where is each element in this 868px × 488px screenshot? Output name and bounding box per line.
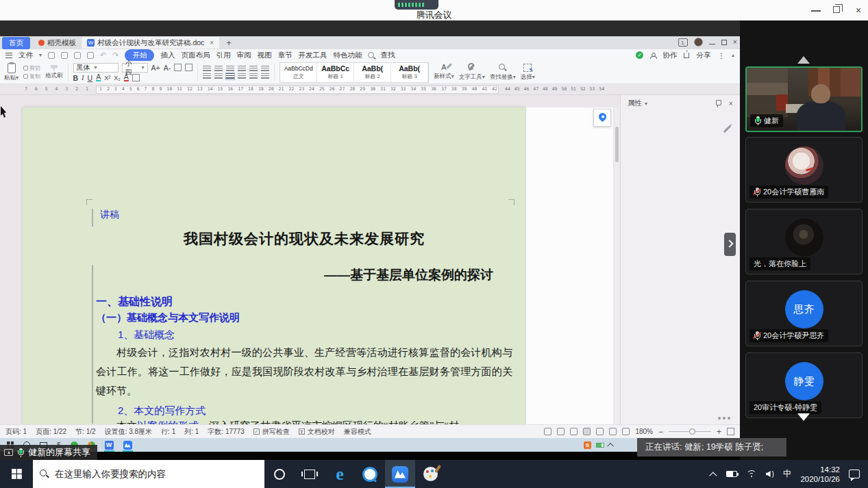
font-color-button[interactable]: A xyxy=(96,74,101,81)
increase-indent-icon[interactable] xyxy=(238,66,246,72)
horizontal-ruler[interactable]: 7 6 5 4 3 2 1 1 2 3 4 5 6 7 8 9 10 11 12… xyxy=(0,84,740,95)
participant-tile-jianxin[interactable]: 健新 xyxy=(745,66,863,132)
close-panel-icon[interactable]: × xyxy=(729,99,733,107)
print-preview-icon[interactable] xyxy=(74,52,81,59)
new-tab-button[interactable]: + xyxy=(226,38,232,48)
style-heading2[interactable]: AaBb( 标题 2 xyxy=(354,63,391,82)
numbered-list-icon[interactable] xyxy=(214,66,223,72)
eye-protect-icon[interactable] xyxy=(622,428,630,435)
position-bookmark[interactable] xyxy=(593,109,611,127)
read-view-icon[interactable] xyxy=(557,428,565,435)
edit-pen-icon[interactable] xyxy=(723,125,731,133)
participant-tile-caoyannan[interactable]: 20会计学硕曹雁南 xyxy=(745,137,863,203)
screen-share-banner[interactable]: 健新的屏幕共享 xyxy=(0,445,97,460)
ribbon-tab-developer[interactable]: 开发工具 xyxy=(298,51,327,60)
file-menu[interactable]: 文件 xyxy=(18,51,33,60)
search-icon[interactable] xyxy=(368,52,374,58)
format-painter-button[interactable]: 格式刷 xyxy=(45,65,63,80)
participant-tile-zhongjingwen[interactable]: 静雯 20审计专硕-钟静雯 xyxy=(745,352,863,418)
character-border-button[interactable] xyxy=(132,74,140,81)
bold-button[interactable]: B xyxy=(73,74,79,82)
paste-button[interactable]: 粘贴▾ xyxy=(4,63,18,82)
web-view-icon[interactable] xyxy=(609,428,617,435)
print-layout-icon[interactable] xyxy=(583,428,591,435)
close-button[interactable]: × xyxy=(854,6,863,14)
wps-tab-home[interactable]: 首页 xyxy=(2,37,30,49)
grow-font-button[interactable]: A+ xyxy=(151,64,160,72)
wps-close-button[interactable]: × xyxy=(733,38,737,46)
wps-tab-docer[interactable]: 稻壳模板 xyxy=(33,37,82,49)
text-tools-button[interactable]: 文字工具▾ xyxy=(459,63,485,81)
hidden-icons-chevron[interactable] xyxy=(709,472,717,479)
ribbon-tab-view[interactable]: 视图 xyxy=(257,51,271,60)
sort-icon[interactable] xyxy=(249,66,258,72)
tencent-meeting-button[interactable] xyxy=(385,460,415,488)
ribbon-tab-page-layout[interactable]: 页面布局 xyxy=(181,51,210,60)
scroll-down-arrow-icon[interactable] xyxy=(797,413,810,421)
tab-close-icon[interactable]: × xyxy=(210,39,214,47)
zoom-level[interactable]: 180% xyxy=(635,428,653,435)
share-button[interactable]: 分享 xyxy=(696,51,710,60)
justify-icon[interactable] xyxy=(226,73,234,79)
minimize-button[interactable] xyxy=(811,6,821,12)
collaborate-button[interactable]: 协作 xyxy=(662,51,677,60)
export-pdf-icon[interactable] xyxy=(87,52,94,59)
start-button[interactable] xyxy=(0,460,33,488)
participant-tile-guang[interactable]: 光，落在你脸上 xyxy=(745,209,863,274)
phonetic-guide-button[interactable] xyxy=(185,64,193,71)
shrink-font-button[interactable]: A- xyxy=(164,64,171,72)
sogou-ime-icon[interactable]: S xyxy=(584,441,591,449)
zoom-slider[interactable] xyxy=(669,431,711,433)
font-size-select[interactable]: 小四▾ xyxy=(122,63,148,73)
write-view-icon[interactable] xyxy=(570,428,578,435)
ribbon-tab-review[interactable]: 审阅 xyxy=(236,51,251,60)
fullscreen-view-icon[interactable] xyxy=(544,428,551,435)
underline-button[interactable]: U xyxy=(88,74,93,82)
style-heading1[interactable]: AaBbCc 标题 1 xyxy=(317,63,354,82)
action-center-icon[interactable] xyxy=(849,470,860,478)
battery-icon[interactable] xyxy=(726,471,737,477)
align-left-icon[interactable] xyxy=(203,73,211,79)
style-heading3[interactable]: AaBb( 标题 3 xyxy=(391,63,428,82)
qq-browser-button[interactable] xyxy=(355,460,385,488)
align-center-icon[interactable] xyxy=(214,73,223,79)
tray-expand-icon[interactable] xyxy=(607,442,614,449)
superscript-button[interactable]: X² xyxy=(104,75,110,81)
ribbon-tab-special-features[interactable]: 特色功能 xyxy=(333,51,362,60)
paint-button[interactable] xyxy=(415,460,445,488)
clear-format-button[interactable] xyxy=(174,64,182,71)
meeting-taskbar-icon[interactable] xyxy=(123,441,132,450)
highlight-button[interactable]: A xyxy=(124,74,129,81)
more-dots-icon[interactable] xyxy=(718,417,721,420)
decrease-indent-icon[interactable] xyxy=(226,66,234,72)
spell-check-toggle[interactable]: ✓ 拼写检查 xyxy=(253,427,290,437)
ribbon-tab-section[interactable]: 章节 xyxy=(277,51,292,60)
cloud-sync-icon[interactable]: ✓ xyxy=(636,51,643,59)
outline-view-icon[interactable] xyxy=(596,428,604,435)
wps-restore-button[interactable] xyxy=(721,40,727,45)
print-icon[interactable] xyxy=(61,52,68,59)
wps-minimize-button[interactable] xyxy=(709,40,715,44)
taskbar-clock[interactable]: 14:32 2020/10/26 xyxy=(800,465,840,484)
style-normal[interactable]: AaBbCcDd 正文 xyxy=(280,63,317,82)
ribbon-tab-references[interactable]: 引用 xyxy=(216,51,230,60)
zoom-slider-knob[interactable] xyxy=(689,428,695,435)
scrollbar-thumb[interactable] xyxy=(615,127,619,162)
italic-button[interactable]: I xyxy=(82,74,84,81)
more-icon[interactable]: ⋮ xyxy=(717,51,725,60)
collapse-ribbon-icon[interactable]: ▴ xyxy=(732,52,734,58)
cut-button[interactable]: 剪切 xyxy=(23,64,40,72)
wps-tab-document[interactable]: W 村级会计现状与改革研究讲稿.doc × xyxy=(82,37,219,49)
window-count-badge[interactable]: 1 xyxy=(678,38,688,47)
bullet-list-icon[interactable] xyxy=(203,66,211,72)
subscript-button[interactable]: X₂ xyxy=(114,75,121,81)
taskbar-search-input[interactable] xyxy=(55,469,258,479)
participant-tile-yinsiqi[interactable]: 思齐 20会计学硕尹思齐 xyxy=(745,281,863,346)
taskbar-search[interactable] xyxy=(33,460,264,488)
redo-icon[interactable]: ↷ xyxy=(112,51,119,60)
undo-icon[interactable]: ↶ xyxy=(100,51,106,60)
restore-button[interactable] xyxy=(833,6,840,13)
pin-panel-icon[interactable] xyxy=(715,100,721,107)
chevron-down-icon[interactable]: ▾ xyxy=(645,101,647,107)
zoom-out-button[interactable]: − xyxy=(658,427,663,437)
